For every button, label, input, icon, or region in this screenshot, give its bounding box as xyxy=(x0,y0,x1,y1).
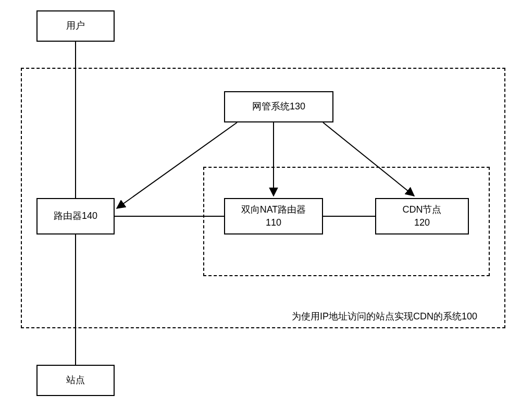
system-label: 为使用IP地址访问的站点实现CDN的系统100 xyxy=(292,310,477,323)
nat-router-node: 双向NAT路由器 110 xyxy=(224,198,323,234)
site-label: 站点 xyxy=(66,374,85,387)
cdn-node: CDN节点 120 xyxy=(375,198,469,234)
router-node: 路由器140 xyxy=(36,198,115,234)
user-label: 用户 xyxy=(66,19,85,32)
nat-router-label-2: 110 xyxy=(266,216,281,229)
cdn-node-label-2: 120 xyxy=(414,216,430,229)
nms-label: 网管系统130 xyxy=(252,100,305,113)
site-node: 站点 xyxy=(36,365,115,396)
cdn-node-label-1: CDN节点 xyxy=(403,203,442,216)
user-node: 用户 xyxy=(36,10,115,42)
router-label: 路由器140 xyxy=(54,209,97,223)
nat-router-label-1: 双向NAT路由器 xyxy=(241,203,306,216)
nms-node: 网管系统130 xyxy=(224,91,333,122)
